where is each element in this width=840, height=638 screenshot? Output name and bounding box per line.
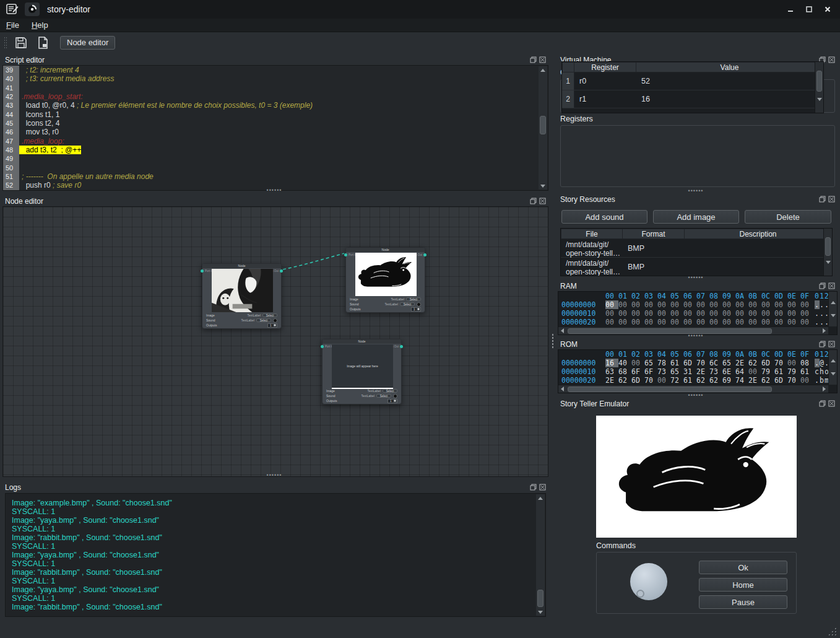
register-row[interactable]: 2r116	[562, 90, 823, 108]
code-line[interactable]: 39 ; t2: increment 4	[3, 66, 548, 74]
hex-byte-cell[interactable]: 2E	[696, 367, 709, 376]
add-sound-button[interactable]: Add sound	[561, 210, 647, 224]
close-icon[interactable]	[539, 484, 546, 491]
hex-byte-cell[interactable]: 00	[631, 309, 644, 318]
vm-splitter-handle[interactable]: ••••••	[686, 190, 705, 193]
select-button[interactable]: Select	[376, 394, 391, 398]
hex-byte-cell[interactable]: 00	[631, 318, 644, 326]
port-in-dot[interactable]	[344, 253, 347, 256]
hex-byte-cell[interactable]: 65	[722, 359, 735, 367]
hex-byte-cell[interactable]: 61	[670, 359, 683, 367]
hex-byte-cell[interactable]: 00	[631, 359, 644, 367]
registers-table[interactable]: Register Value 1r0522r116	[561, 61, 824, 113]
code-line[interactable]: 46 mov t3, r0	[3, 128, 548, 136]
vm-close-icon[interactable]	[828, 56, 835, 63]
hex-byte-cell[interactable]: 79	[761, 367, 774, 376]
float-icon[interactable]	[530, 484, 537, 491]
hex-byte-cell[interactable]: 6F	[644, 367, 657, 376]
node-editor-titlebar[interactable]: Node editor	[0, 196, 551, 206]
hex-byte-cell[interactable]: 00	[657, 318, 670, 326]
hex-byte-cell[interactable]: 00	[683, 309, 696, 318]
float-icon[interactable]	[819, 282, 826, 289]
resource-row[interactable]: /mnt/data/git/ open-story-tell…BMP	[561, 239, 832, 258]
add-image-button[interactable]: Add image	[653, 210, 739, 224]
outputs-spinbox[interactable]: 1	[411, 307, 421, 312]
pause-button[interactable]: Pause	[699, 595, 787, 609]
hex-byte-cell[interactable]: 00	[605, 300, 618, 309]
hex-byte-cell[interactable]: 00	[735, 318, 748, 326]
hex-byte-cell[interactable]: 2E	[735, 359, 748, 367]
code-line[interactable]: 50	[3, 164, 548, 172]
title-bar[interactable]: story-editor	[0, 0, 840, 19]
float-icon[interactable]	[819, 341, 826, 347]
float-icon[interactable]	[819, 400, 826, 407]
hex-byte-cell[interactable]: 00	[657, 300, 670, 309]
hex-byte-cell[interactable]: 16	[605, 359, 618, 367]
hex-byte-cell[interactable]: 00	[722, 309, 735, 318]
new-file-icon[interactable]	[35, 35, 51, 50]
logs-close-icon[interactable]	[539, 484, 546, 491]
hex-byte-cell[interactable]: 6D	[683, 359, 696, 367]
resources-close-icon[interactable]	[828, 196, 835, 203]
port-out-dot[interactable]	[280, 269, 283, 273]
ram-splitter-handle[interactable]: ••••••	[686, 335, 705, 338]
close-icon[interactable]	[539, 56, 546, 63]
script-float-icon[interactable]	[530, 56, 537, 63]
save-icon[interactable]	[13, 35, 29, 50]
node-editor-close-icon[interactable]	[539, 198, 546, 204]
menu-file[interactable]: File	[0, 20, 25, 30]
hex-byte-cell[interactable]: 40	[618, 359, 631, 367]
select-button[interactable]: Select	[406, 297, 421, 301]
hex-byte-cell[interactable]: 00	[787, 318, 800, 326]
hex-byte-cell[interactable]: 74	[735, 376, 748, 385]
hex-byte-cell[interactable]: 6F	[631, 367, 644, 376]
float-icon[interactable]	[819, 196, 826, 203]
hex-byte-cell[interactable]: 00	[631, 300, 644, 309]
hex-byte-cell[interactable]: 00	[748, 318, 761, 326]
code-line[interactable]: 44 lcons t1, 1	[3, 110, 548, 119]
hex-byte-cell[interactable]: 31	[683, 367, 696, 376]
hex-byte-cell[interactable]: 61	[683, 376, 696, 385]
hex-byte-cell[interactable]: 00	[800, 376, 813, 385]
hex-byte-cell[interactable]: 62	[748, 359, 761, 367]
hex-byte-cell[interactable]: 00	[696, 300, 709, 309]
node-editor-toolbar-button[interactable]: Node editor	[60, 36, 115, 50]
node-title[interactable]: Node	[346, 248, 425, 252]
resources-table[interactable]: File Format Description /mnt/data/git/ o…	[560, 228, 833, 276]
delete-button[interactable]: Delete	[745, 210, 831, 224]
rom-splitter-handle[interactable]: ••••••	[686, 395, 705, 397]
code-line[interactable]: 49	[3, 154, 548, 163]
resources-splitter-handle[interactable]: ••••••	[686, 277, 705, 279]
hex-byte-cell[interactable]: 6D	[761, 359, 774, 367]
hex-byte-cell[interactable]: 00	[748, 300, 761, 309]
hex-byte-cell[interactable]: 61	[800, 367, 813, 376]
node-title[interactable]: Node	[202, 264, 281, 268]
hex-byte-cell[interactable]: 78	[657, 359, 670, 367]
hex-byte-cell[interactable]: 00	[748, 309, 761, 318]
hex-byte-cell[interactable]: 00	[709, 318, 722, 326]
script-scrollbar[interactable]	[539, 66, 547, 190]
hex-byte-cell[interactable]: 62	[696, 376, 709, 385]
hex-byte-cell[interactable]: 00	[644, 300, 657, 309]
emulator-close-icon[interactable]	[828, 400, 835, 407]
resource-row[interactable]: /mnt/data/git/ open-story-tell…BMP	[561, 258, 832, 276]
hex-byte-cell[interactable]: 00	[722, 300, 735, 309]
emulator-titlebar[interactable]: Story Teller Emulator	[555, 398, 840, 409]
ram-row[interactable]: 0000002000000000000000000000000000000000…	[558, 318, 837, 326]
ram-row[interactable]: 0000001000000000000000000000000000000000…	[558, 309, 837, 318]
hex-byte-cell[interactable]: 00	[644, 309, 657, 318]
code-line[interactable]: 48 add t3, t2 ; @++	[3, 146, 548, 154]
code-line[interactable]: 40 ; t3: current media address	[3, 74, 548, 83]
hex-byte-cell[interactable]: 70	[696, 359, 709, 367]
sound-play-button[interactable]	[417, 302, 421, 307]
close-icon[interactable]	[828, 56, 835, 63]
hex-byte-cell[interactable]: 61	[774, 367, 787, 376]
hex-byte-cell[interactable]: 00	[787, 359, 800, 367]
window-size-grip[interactable]	[828, 627, 836, 636]
hex-byte-cell[interactable]: 00	[670, 300, 683, 309]
rom-close-icon[interactable]	[828, 341, 835, 347]
rom-row[interactable]: 000000001640006578616D706C652E626D700008…	[558, 359, 837, 367]
hex-byte-cell[interactable]: 2E	[605, 376, 618, 385]
rom-titlebar[interactable]: ROM	[555, 339, 840, 349]
ram-float-icon[interactable]	[819, 282, 826, 289]
